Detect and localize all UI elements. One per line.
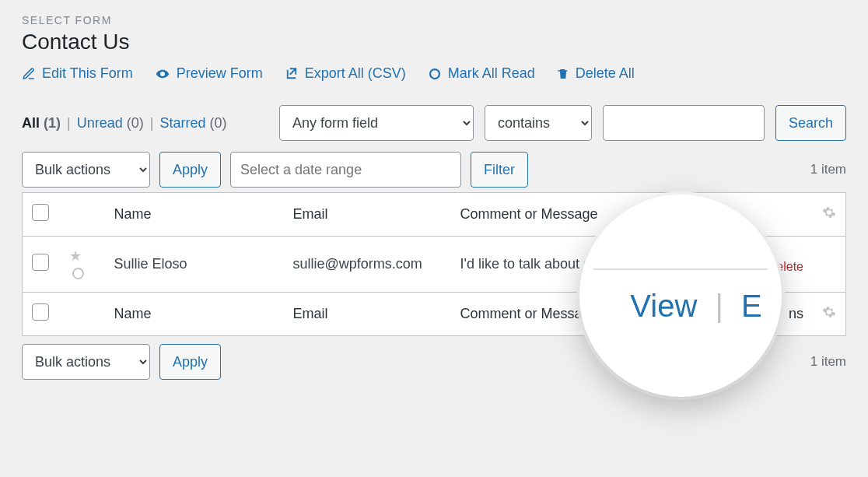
row-indicators: ★ [60,237,105,293]
gear-icon[interactable] [822,207,836,223]
col-email-footer[interactable]: Email [284,293,451,336]
star-icon[interactable]: ★ [69,248,82,264]
pencil-icon [22,67,36,81]
apply-button-top[interactable]: Apply [159,152,221,188]
svg-point-1 [430,69,439,79]
apply-button-bottom[interactable]: Apply [159,344,221,380]
zoom-separator: | [705,289,732,323]
bulk-actions-select-bottom[interactable]: Bulk actions [22,344,150,380]
separator: | [150,115,154,132]
select-all-top[interactable] [32,204,49,221]
bulk-top-row: Bulk actions Apply Filter 1 item [22,152,846,188]
filter-starred-count: (0) [210,115,227,131]
mark-all-read-label: Mark All Read [448,65,535,82]
edit-form-link[interactable]: Edit This Form [22,65,133,82]
separator: | [67,115,71,132]
filter-button[interactable]: Filter [471,152,528,188]
zoom-edit-partial[interactable]: E [741,289,762,323]
mark-all-read-link[interactable]: Mark All Read [428,65,535,82]
field-select[interactable]: Any form field [279,105,474,141]
row-checkbox[interactable] [32,254,49,271]
edit-form-label: Edit This Form [42,65,133,82]
eye-icon [155,67,170,81]
trash-icon [557,67,569,81]
search-input[interactable] [603,105,765,141]
filter-all[interactable]: All (1) [22,115,61,132]
zoom-divider [593,268,768,270]
circle-icon [428,67,442,81]
col-name-footer[interactable]: Name [105,293,284,336]
delete-all-label: Delete All [576,65,635,82]
operator-select[interactable]: contains [485,105,592,141]
export-icon [285,67,299,81]
filter-all-count: (1) [44,115,61,131]
filters-row: All (1) | Unread (0) | Starred (0) Any f… [22,105,846,141]
delete-all-link[interactable]: Delete All [557,65,635,82]
col-email[interactable]: Email [284,193,451,237]
select-all-bottom[interactable] [32,303,49,321]
zoom-view-link[interactable]: View [630,289,697,323]
filter-unread-count: (0) [127,115,144,131]
read-status-icon[interactable] [72,268,84,279]
row-name: Sullie Eloso [114,256,275,272]
preview-form-link[interactable]: Preview Form [155,65,263,82]
status-filter: All (1) | Unread (0) | Starred (0) [22,115,227,132]
action-bar: Edit This Form Preview Form Export All (… [22,65,846,82]
zoom-content: View | E [579,289,782,324]
zoom-magnifier: View | E [579,195,782,397]
filter-all-label: All [22,115,40,131]
items-count-top: 1 item [810,162,846,177]
search-button[interactable]: Search [775,105,846,141]
export-all-link[interactable]: Export All (CSV) [285,65,406,82]
date-range-input[interactable] [230,152,461,188]
select-form-label: SELECT FORM [22,14,846,26]
bulk-actions-select-top[interactable]: Bulk actions [22,152,150,188]
preview-form-label: Preview Form [177,65,263,82]
filter-unread-label: Unread [77,115,123,131]
filter-unread[interactable]: Unread (0) [77,115,144,132]
filter-starred-label: Starred [159,115,205,131]
export-all-label: Export All (CSV) [305,65,406,82]
page-title: Contact Us [22,30,846,54]
svg-point-0 [161,72,163,75]
gear-icon[interactable] [822,307,836,322]
row-email: sullie@wpforms.com [284,237,451,293]
filter-starred[interactable]: Starred (0) [159,115,226,132]
col-name[interactable]: Name [105,193,284,237]
items-count-bottom: 1 item [810,354,846,370]
